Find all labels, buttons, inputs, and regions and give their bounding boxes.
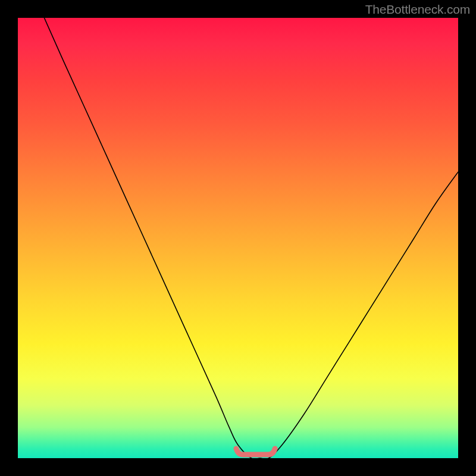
- chart-frame: TheBottleneck.com: [0, 0, 476, 476]
- watermark-text: TheBottleneck.com: [365, 2, 470, 17]
- plot-svg: [18, 18, 458, 458]
- plot-area: [18, 18, 458, 458]
- bottleneck-curve: [44, 18, 458, 458]
